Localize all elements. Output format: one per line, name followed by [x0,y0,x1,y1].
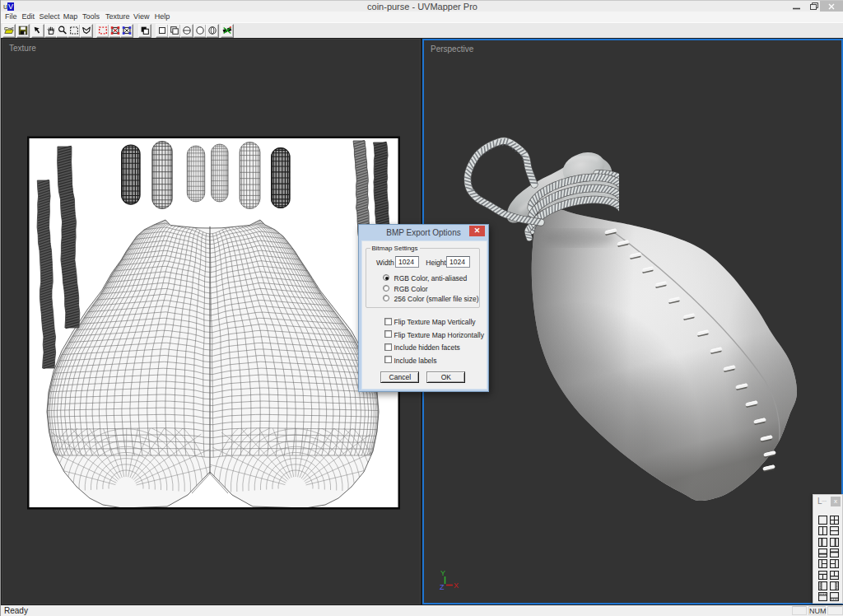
svg-text:X: X [454,581,459,590]
svg-text:Z: Z [440,583,445,591]
svg-text:Y: Y [440,569,445,577]
